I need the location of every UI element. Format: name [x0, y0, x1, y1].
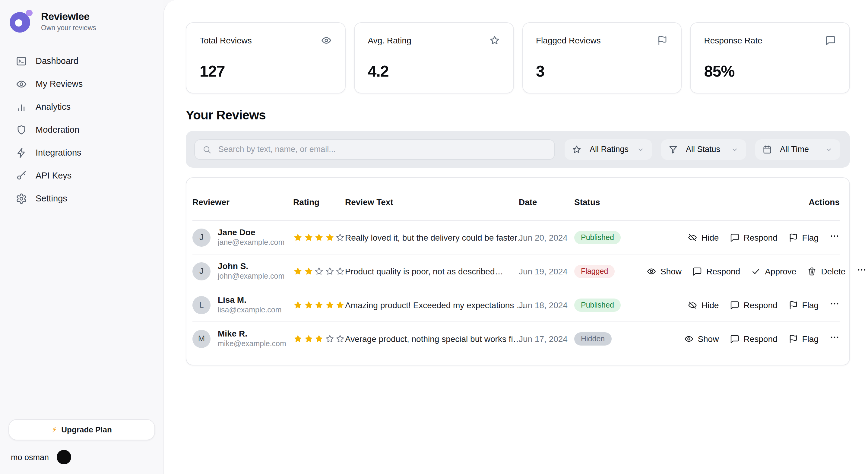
chevron-down-icon	[825, 145, 833, 154]
filter-all-time[interactable]: All Time	[755, 139, 840, 159]
hide-button[interactable]: Hide	[688, 232, 719, 242]
filter-all-ratings[interactable]: All Ratings	[565, 139, 652, 159]
flag-icon	[788, 232, 798, 242]
gear-icon	[16, 193, 27, 204]
bar-chart-icon	[16, 101, 27, 113]
row-actions: ShowRespondFlag	[647, 332, 840, 345]
user-menu[interactable]: mo osman	[8, 450, 155, 464]
more-actions-button[interactable]	[829, 298, 840, 311]
eye-off-icon	[688, 300, 697, 310]
ellipsis-icon	[829, 298, 840, 311]
key-icon	[16, 170, 27, 181]
avatar: J	[192, 228, 211, 246]
avatar: L	[192, 296, 211, 314]
search-icon	[202, 145, 212, 154]
review-text: Product quality is poor, not as describe…	[345, 266, 503, 276]
sidebar-nav: DashboardMy ReviewsAnalyticsModerationIn…	[0, 50, 163, 210]
eye-icon	[684, 334, 693, 343]
review-text: Average product, nothing special but wor…	[345, 334, 522, 343]
flag-icon	[788, 300, 798, 310]
stats-row: Total Reviews127Avg. Rating4.2Flagged Re…	[186, 22, 850, 93]
reviewer-email: mike@example.com	[218, 340, 286, 349]
star-rating	[293, 334, 345, 343]
app-root: Reviewlee Own your reviews DashboardMy R…	[0, 0, 868, 474]
action-label: Respond	[706, 266, 740, 276]
action-label: Flag	[802, 334, 818, 343]
search-input[interactable]	[217, 144, 547, 154]
column-header-date: Date	[519, 197, 574, 207]
table-body: JJane Doejane@example.comReally loved it…	[192, 221, 840, 355]
ellipsis-icon	[829, 332, 840, 345]
stat-card-flagged-reviews: Flagged Reviews3	[522, 22, 682, 93]
stat-card-response-rate: Response Rate85%	[690, 22, 850, 93]
stat-value: 3	[536, 62, 668, 81]
action-label: Flag	[802, 232, 818, 242]
respond-button[interactable]: Respond	[730, 300, 777, 310]
brand-logo-icon	[10, 8, 34, 34]
reviewer-name: Mike R.	[218, 328, 286, 339]
filter-group: All RatingsAll StatusAll Time	[565, 139, 840, 159]
more-actions-button[interactable]	[856, 265, 867, 277]
user-name: mo osman	[11, 452, 49, 462]
review-text: Amazing product! Exceeded my expectation…	[345, 300, 525, 310]
column-header-status: Status	[574, 197, 647, 207]
message-square-icon	[730, 232, 739, 242]
upgrade-plan-button[interactable]: ⚡ Upgrade Plan	[8, 419, 155, 440]
sidebar-item-settings[interactable]: Settings	[7, 187, 156, 210]
column-header-reviewer: Reviewer	[192, 197, 293, 207]
respond-button[interactable]: Respond	[730, 232, 777, 242]
sidebar-item-analytics[interactable]: Analytics	[7, 95, 156, 118]
hide-button[interactable]: Hide	[688, 300, 719, 310]
sidebar-item-label: Dashboard	[36, 56, 79, 66]
sidebar-item-label: Analytics	[36, 102, 70, 112]
status-badge: Published	[574, 231, 621, 244]
reviewer-email: jane@example.com	[218, 238, 284, 248]
flag-button[interactable]: Flag	[788, 232, 818, 242]
more-actions-button[interactable]	[829, 332, 840, 345]
ellipsis-icon	[829, 231, 840, 244]
zap-icon	[16, 147, 27, 158]
show-button[interactable]: Show	[647, 266, 682, 276]
review-date: Jun 19, 2024	[519, 266, 568, 276]
sidebar-item-label: Moderation	[36, 125, 79, 134]
stat-label: Avg. Rating	[368, 36, 411, 45]
avatar[interactable]	[57, 450, 71, 464]
row-actions: ShowRespondApproveDelete	[647, 265, 867, 277]
flag-button[interactable]: Flag	[788, 334, 818, 343]
check-icon	[751, 266, 761, 276]
sidebar-item-integrations[interactable]: Integrations	[7, 141, 156, 164]
eye-icon	[16, 78, 27, 90]
reviewer-name: Jane Doe	[218, 227, 284, 238]
reviews-table: ReviewerRatingReview TextDateStatusActio…	[186, 177, 850, 366]
sidebar-item-moderation[interactable]: Moderation	[7, 118, 156, 141]
sidebar-item-label: My Reviews	[36, 79, 83, 89]
chevron-down-icon	[731, 145, 739, 154]
show-button[interactable]: Show	[684, 334, 719, 343]
terminal-icon	[16, 55, 27, 67]
delete-button[interactable]: Delete	[807, 266, 845, 276]
action-label: Respond	[743, 232, 777, 242]
status-badge: Published	[574, 298, 621, 312]
message-square-icon	[825, 35, 836, 46]
sidebar-item-my-reviews[interactable]: My Reviews	[7, 72, 156, 95]
filter-all-status[interactable]: All Status	[661, 139, 746, 159]
column-header-actions: Actions	[647, 197, 840, 207]
reviewer-email: john@example.com	[218, 272, 284, 281]
filter-label: All Time	[780, 145, 809, 154]
star-icon	[572, 145, 582, 154]
status-badge: Flagged	[574, 264, 615, 278]
respond-button[interactable]: Respond	[730, 334, 777, 343]
approve-button[interactable]: Approve	[751, 266, 796, 276]
stat-value: 85%	[704, 62, 836, 81]
sidebar-item-label: API Keys	[36, 171, 71, 180]
flag-button[interactable]: Flag	[788, 300, 818, 310]
sidebar-item-dashboard[interactable]: Dashboard	[7, 50, 156, 72]
action-label: Respond	[743, 300, 777, 310]
column-header-review-text: Review Text	[345, 197, 519, 207]
sidebar-item-api-keys[interactable]: API Keys	[7, 164, 156, 187]
search-box[interactable]	[194, 139, 555, 159]
more-actions-button[interactable]	[829, 231, 840, 244]
lightning-icon: ⚡	[52, 425, 57, 434]
table-row: JJohn S.john@example.comProduct quality …	[192, 254, 840, 288]
respond-button[interactable]: Respond	[692, 266, 740, 276]
